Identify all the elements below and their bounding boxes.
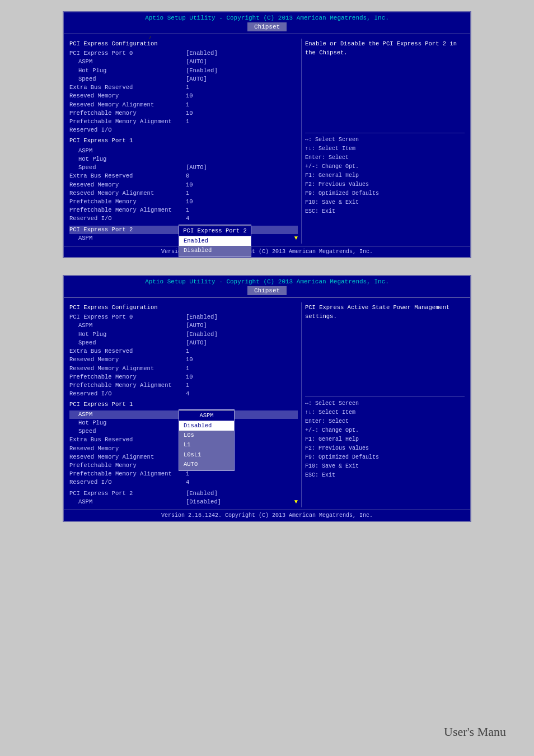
row-prefmem1-1: Prefetchable Memory 10 — [69, 198, 298, 206]
value-prefmema1-1: 1 — [181, 206, 298, 214]
popup-title-aspm-2: ASPM — [179, 411, 234, 421]
label-speed1-1: Speed — [69, 164, 181, 172]
row-speed0-2: Speed [AUTO] — [69, 339, 298, 347]
row-resio0-2: Reserved I/O 4 — [69, 390, 298, 398]
label-resio0-2: Reserved I/O — [69, 390, 181, 398]
label-hotplug0-1: Hot Plug — [69, 67, 181, 75]
label-resio1-1: Reserved I/O — [69, 214, 181, 223]
key-f2-1: F2: Previous Values — [305, 180, 465, 189]
value-speed1-1: [AUTO] — [181, 164, 298, 172]
label-speed0-2: Speed — [69, 339, 181, 347]
key-f9-2: F9: Optimized Defaults — [305, 453, 465, 462]
label-port2-1: PCI Express Port 2 — [69, 226, 181, 234]
bios-title-1: Aptio Setup Utility - Copyright (C) 2013… — [67, 15, 467, 21]
row-resevmema1-1: Reseved Memory Alignment 1 — [69, 189, 298, 198]
value-extrabus0-1: 1 — [181, 83, 298, 92]
label-prefmema1-2: Prefetchable Memory Alignment — [69, 470, 181, 478]
row-speed1-1: Speed [AUTO] — [69, 164, 298, 172]
label-prefmem0-1: Prefetchable Memory — [69, 109, 181, 118]
value-resevmema0-1: 1 — [181, 101, 298, 109]
label-prefmem1-2: Prefetchable Memory — [69, 461, 181, 470]
row-resio1-1: Reserved I/O 4 — [69, 214, 298, 223]
row-resevmem1-1: Reseved Memory 10 — [69, 181, 298, 189]
key-esc-2: ESC: Exit — [305, 471, 465, 480]
row-hotplug1-1: Hot Plug — [69, 155, 298, 164]
label-prefmema0-1: Prefetchable Memory Alignment — [69, 118, 181, 126]
bios-body-1: PCI Express Configuration PCI Express Po… — [64, 34, 470, 246]
bios-footer-2: Version 2.16.1242. Copyright (C) 2013 Am… — [64, 510, 470, 521]
popup-item-l1-2[interactable]: L1 — [179, 440, 234, 450]
label-resevmem1-2: Reseved Memory — [69, 445, 181, 453]
section-port1-2: PCI Express Port 1 — [69, 400, 298, 409]
row-hotplug0-2: Hot Plug [Enabled] — [69, 330, 298, 339]
row-hotplug0-1: Hot Plug [Enabled] — [69, 67, 298, 75]
section-pci-config-1: PCI Express Configuration — [69, 40, 298, 48]
key-select-item-2: ↑↓: Select Item — [305, 408, 465, 417]
popup-title-port2-1: PCI Express Port 2 — [179, 226, 251, 236]
label-port2-2: PCI Express Port 2 — [69, 489, 181, 498]
label-resevmema0-2: Reseved Memory Alignment — [69, 365, 181, 373]
bios-right-1: Enable or Disable the PCI Express Port 2… — [301, 39, 468, 244]
user-manual-label: User's Manu — [444, 725, 506, 739]
label-extrabus0-1: Extra Bus Reserved — [69, 83, 181, 92]
label-resio0-1: Reserved I/O — [69, 126, 181, 134]
row-resevmem0-2: Reseved Memory 10 — [69, 356, 298, 364]
value-resevmem0-1: 10 — [181, 92, 298, 100]
help-text-1: Enable or Disable the PCI Express Port 2… — [305, 40, 465, 58]
value-speed0-2: [AUTO] — [181, 339, 298, 347]
chipset-tab-1[interactable]: Chipset — [247, 22, 287, 31]
row-aspm1-1: ASPM — [69, 147, 298, 155]
label-hotplug1-1: Hot Plug — [69, 155, 181, 164]
label-aspm0-2: ASPM — [69, 321, 181, 330]
down-arrow-2: ▼ — [294, 498, 298, 506]
value-resio1-2: 4 — [181, 478, 298, 487]
bios-header-2: Aptio Setup Utility - Copyright (C) 2013… — [64, 276, 470, 298]
key-f10-1: F10: Save & Exit — [305, 198, 465, 207]
label-resevmema1-1: Reseved Memory Alignment — [69, 189, 181, 198]
value-prefmema0-2: 1 — [181, 381, 298, 390]
key-f2-2: F2: Previous Values — [305, 444, 465, 453]
popup-item-disabled-1[interactable]: Disabled — [179, 246, 251, 255]
key-select-screen-2: ↔: Select Screen — [305, 399, 465, 408]
bios-left-2: PCI Express Configuration PCI Express Po… — [66, 302, 301, 507]
key-esc-1: ESC: Exit — [305, 207, 465, 216]
row-port0-2: PCI Express Port 0 [Enabled] — [69, 313, 298, 321]
value-speed0-1: [AUTO] — [181, 75, 298, 83]
value-resevmem1-1: 10 — [181, 181, 298, 189]
row-port0-1: PCI Express Port 0 [Enabled] — [69, 49, 298, 58]
row-prefmema1-2: Prefetchable Memory Alignment 1 — [69, 470, 298, 478]
value-prefmem1-1: 10 — [181, 198, 298, 206]
popup-item-l0s-2[interactable]: L0s — [179, 431, 234, 440]
label-prefmema0-2: Prefetchable Memory Alignment — [69, 381, 181, 390]
value-resio0-2: 4 — [181, 390, 298, 398]
label-extrabus1-2: Extra Bus Reserved — [69, 436, 181, 444]
chipset-tab-2[interactable]: Chipset — [247, 286, 287, 295]
label-resevmem1-1: Reseved Memory — [69, 181, 181, 189]
bios-footer-1: Version 2.16.1242. Copyright (C) 2013 Am… — [64, 246, 470, 257]
popup-item-auto-2[interactable]: AUTO — [179, 460, 234, 469]
value-resevmema1-1: 1 — [181, 189, 298, 198]
value-aspm2-2: [Disabled] — [181, 498, 294, 506]
key-change-opt-1: +/-: Change Opt. — [305, 162, 465, 171]
row-prefmem0-2: Prefetchable Memory 10 — [69, 373, 298, 381]
label-prefmem0-2: Prefetchable Memory — [69, 373, 181, 381]
key-help-1: ↔: Select Screen ↑↓: Select Item Enter: … — [305, 136, 465, 216]
value-resevmema0-2: 1 — [181, 365, 298, 373]
row-speed0-1: Speed [AUTO] — [69, 75, 298, 83]
key-f10-2: F10: Save & Exit — [305, 462, 465, 471]
value-extrabus1-1: 0 — [181, 172, 298, 180]
popup-item-enabled-1[interactable]: Enabled — [179, 236, 251, 246]
value-prefmem0-1: 10 — [181, 109, 298, 118]
label-speed0-1: Speed — [69, 75, 181, 83]
label-resevmema0-1: Reseved Memory Alignment — [69, 101, 181, 109]
value-extrabus0-2: 1 — [181, 347, 298, 356]
label-resevmema1-2: Reseved Memory Alignment — [69, 453, 181, 461]
row-extrabus0-1: Extra Bus Reserved 1 — [69, 83, 298, 92]
row-resio0-1: Reserved I/O — [69, 126, 298, 134]
key-change-opt-2: +/-: Change Opt. — [305, 426, 465, 435]
label-extrabus1-1: Extra Bus Reserved — [69, 172, 181, 180]
popup-item-disabled-2[interactable]: Disabled — [179, 421, 234, 431]
popup-aspm-2: ASPM Disabled L0s L1 L0sL1 AUTO — [179, 409, 235, 471]
row-prefmema1-1: Prefetchable Memory Alignment 1 — [69, 206, 298, 214]
popup-item-l0sl1-2[interactable]: L0sL1 — [179, 450, 234, 460]
